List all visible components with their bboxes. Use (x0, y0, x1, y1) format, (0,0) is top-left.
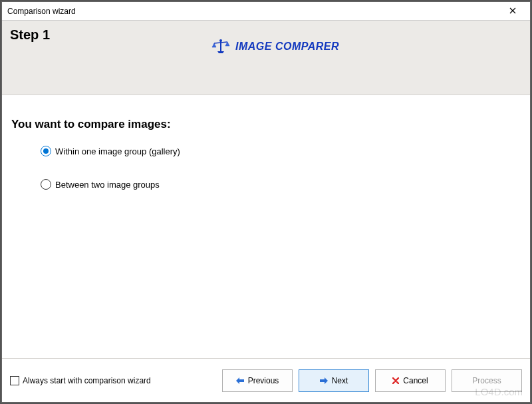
app-logo: IMAGE COMPARER (211, 39, 339, 54)
cancel-button[interactable]: Cancel (375, 369, 446, 392)
buttons-area: Previous Next Cancel Process (222, 369, 522, 392)
always-start-checkbox[interactable]: Always start with comparison wizard (10, 376, 151, 385)
close-button[interactable] (501, 3, 525, 20)
compare-mode-radio-group: Within one image group (gallery) Between… (41, 146, 521, 190)
previous-button[interactable]: Previous (222, 369, 293, 392)
x-icon (392, 377, 399, 384)
radio-dot-icon (43, 148, 49, 154)
radio-icon (41, 146, 51, 156)
titlebar: Comparison wizard (2, 2, 530, 21)
next-button[interactable]: Next (299, 369, 369, 392)
header-area: Step 1 IMAGE COMPARER (2, 21, 530, 95)
scales-icon (211, 39, 230, 54)
process-button[interactable]: Process (452, 369, 522, 392)
svg-point-2 (219, 39, 222, 42)
button-label: Process (472, 376, 501, 385)
content-area: You want to compare images: Within one i… (2, 95, 530, 357)
step-title: Step 1 (10, 27, 50, 43)
button-label: Previous (248, 376, 279, 385)
window-title: Comparison wizard (7, 7, 76, 16)
button-label: Next (332, 376, 348, 385)
checkbox-label: Always start with comparison wizard (23, 376, 151, 385)
radio-icon (41, 179, 51, 190)
button-label: Cancel (403, 376, 428, 385)
logo-text: IMAGE COMPARER (235, 41, 339, 53)
content-heading: You want to compare images: (11, 118, 521, 131)
arrow-left-icon (236, 377, 244, 384)
svg-line-1 (214, 42, 227, 43)
radio-between-two-groups[interactable]: Between two image groups (41, 179, 521, 190)
footer-area: Always start with comparison wizard Prev… (2, 358, 530, 402)
close-icon (509, 6, 516, 16)
arrow-right-icon (320, 377, 328, 384)
wizard-window: Comparison wizard Step 1 IMAGE COMPARER (1, 1, 531, 403)
radio-label: Within one image group (gallery) (55, 146, 180, 156)
checkbox-icon (10, 376, 19, 385)
radio-label: Between two image groups (55, 180, 160, 190)
radio-within-one-group[interactable]: Within one image group (gallery) (41, 146, 521, 156)
